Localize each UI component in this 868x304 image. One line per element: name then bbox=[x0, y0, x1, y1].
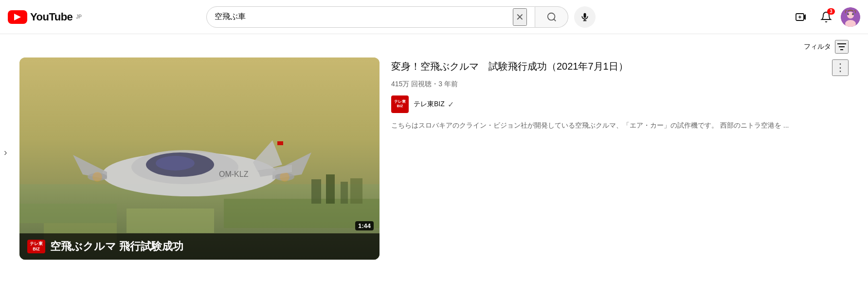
video-title: 変身！空飛ぶクルマ 試験飛行成功（2021年7月1日） bbox=[391, 59, 824, 73]
svg-line-1 bbox=[554, 19, 556, 21]
notifications-button[interactable]: 3 bbox=[815, 6, 837, 28]
main-content: OM-KLZ テレ東BIZ 空飛ぶクルマ 飛行試験成功 1:44 変身！空飛ぶク… bbox=[0, 57, 868, 260]
svg-rect-25 bbox=[341, 182, 348, 204]
verified-icon: ✓ bbox=[448, 100, 454, 109]
thumbnail-overlay: テレ東BIZ 空飛ぶクルマ 飛行試験成功 bbox=[19, 233, 380, 260]
search-box: ✕ bbox=[206, 6, 535, 28]
channel-name[interactable]: テレ東BIZ bbox=[414, 100, 445, 109]
create-button[interactable] bbox=[790, 6, 812, 28]
filter-label: フィルタ bbox=[804, 42, 831, 51]
svg-rect-40 bbox=[277, 141, 283, 145]
avatar bbox=[841, 7, 860, 27]
channel-icon[interactable]: テレ東 BIZ bbox=[391, 95, 409, 113]
channel-name-row: テレ東BIZ ✓ bbox=[414, 100, 454, 109]
filter-icon-button[interactable] bbox=[835, 40, 849, 54]
svg-rect-2 bbox=[584, 13, 586, 18]
video-description: こちらはスロバキアのクライン・ビジョン社が開発している空飛ぶクルマ、「エア・カー… bbox=[391, 120, 849, 131]
duration-badge: 1:44 bbox=[355, 221, 374, 230]
filter-icon bbox=[836, 41, 848, 53]
svg-point-0 bbox=[547, 13, 555, 20]
mic-icon bbox=[580, 12, 590, 22]
more-options-button[interactable]: ⋮ bbox=[832, 59, 849, 76]
search-input[interactable] bbox=[215, 13, 513, 21]
video-info-header: 変身！空飛ぶクルマ 試験飛行成功（2021年7月1日） ⋮ bbox=[391, 59, 849, 76]
overlay-channel-badge: テレ東BIZ bbox=[27, 240, 45, 253]
search-area: ✕ bbox=[206, 6, 596, 28]
header: YouTubeJP ✕ bbox=[0, 0, 868, 34]
video-meta: 415万 回視聴・3 年前 bbox=[391, 80, 849, 89]
create-icon bbox=[795, 11, 807, 23]
notification-count: 3 bbox=[827, 8, 835, 15]
youtube-wordmark: YouTube bbox=[30, 11, 72, 23]
search-submit-button[interactable] bbox=[535, 6, 568, 28]
svg-point-36 bbox=[92, 172, 102, 182]
youtube-jp-label: JP bbox=[76, 14, 82, 19]
video-info: 変身！空飛ぶクルマ 試験飛行成功（2021年7月1日） ⋮ 415万 回視聴・3… bbox=[391, 57, 849, 260]
video-thumbnail[interactable]: OM-KLZ テレ東BIZ 空飛ぶクルマ 飛行試験成功 1:44 bbox=[19, 57, 380, 260]
avatar-image bbox=[841, 7, 860, 27]
svg-point-13 bbox=[852, 13, 854, 15]
svg-point-10 bbox=[847, 12, 854, 19]
filter-bar: フィルタ bbox=[0, 34, 868, 57]
svg-rect-23 bbox=[311, 179, 321, 204]
svg-rect-19 bbox=[19, 204, 117, 223]
svg-rect-26 bbox=[350, 178, 362, 204]
logo-area: YouTubeJP bbox=[8, 10, 105, 24]
channel-row: テレ東 BIZ テレ東BIZ ✓ bbox=[391, 95, 849, 113]
thumbnail-image: OM-KLZ bbox=[19, 57, 380, 260]
search-icon bbox=[546, 12, 557, 22]
side-nav-arrow[interactable]: › bbox=[4, 147, 7, 158]
svg-rect-24 bbox=[326, 174, 335, 204]
svg-point-12 bbox=[847, 13, 849, 15]
svg-text:OM-KLZ: OM-KLZ bbox=[219, 170, 249, 178]
svg-rect-20 bbox=[127, 209, 214, 233]
overlay-title-text: 空飛ぶクルマ 飛行試験成功 bbox=[50, 239, 372, 254]
svg-point-30 bbox=[156, 156, 195, 171]
header-right: 3 bbox=[790, 6, 860, 28]
mic-button[interactable] bbox=[574, 6, 596, 28]
search-clear-button[interactable]: ✕ bbox=[513, 8, 527, 26]
youtube-logo[interactable]: YouTubeJP bbox=[8, 10, 82, 24]
avatar-button[interactable] bbox=[841, 7, 860, 27]
thumbnail-svg: OM-KLZ bbox=[19, 57, 380, 260]
youtube-play-icon bbox=[8, 10, 27, 24]
